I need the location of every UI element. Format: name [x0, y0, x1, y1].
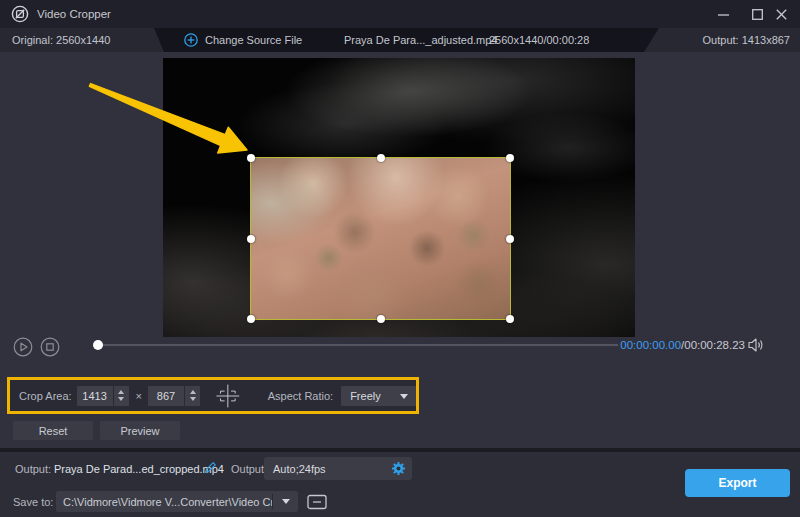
edit-filename-icon[interactable]: [203, 460, 218, 475]
format-settings-gear-icon[interactable]: [391, 461, 406, 476]
crop-handle-top-left[interactable]: [247, 154, 255, 162]
crop-width-stepper[interactable]: [114, 386, 129, 406]
play-icon: [13, 337, 33, 357]
crop-width-group: [77, 386, 129, 406]
crop-selection-box[interactable]: [250, 157, 511, 320]
chevron-down-icon: [282, 499, 290, 504]
video-frame: [163, 58, 635, 337]
crop-handle-bottom-center[interactable]: [377, 315, 385, 323]
original-resolution: Original: 2560x1440: [12, 28, 110, 52]
output-format-value: Auto;24fps: [273, 463, 326, 475]
output-filename-label: Output:: [15, 463, 51, 475]
close-icon: [776, 9, 787, 20]
crop-width-input[interactable]: [77, 386, 113, 406]
output-format-field[interactable]: Auto;24fps: [264, 457, 412, 480]
save-to-label: Save to:: [13, 496, 53, 508]
crop-area-label: Crop Area:: [19, 390, 72, 402]
minimize-icon: [718, 9, 729, 20]
crop-handle-bottom-left[interactable]: [247, 315, 255, 323]
crop-height-input[interactable]: [148, 386, 184, 406]
current-time: 00:00:00.00: [620, 339, 681, 351]
change-source-file-button[interactable]: [184, 33, 198, 47]
aspect-ratio-value: Freely: [350, 390, 381, 402]
change-source-file-label[interactable]: Change Source File: [205, 28, 302, 52]
aspect-ratio-label: Aspect Ratio:: [268, 390, 333, 402]
original-resolution-tab: Original: 2560x1440: [0, 28, 164, 52]
spin-up-icon[interactable]: [118, 390, 124, 394]
title-bar: Video Cropper: [0, 0, 800, 28]
info-bar: Original: 2560x1440 Change Source File P…: [0, 28, 800, 52]
chevron-down-icon: [400, 394, 408, 399]
minimize-button[interactable]: [712, 4, 734, 24]
bottom-panel: Output: Praya De Parad...ed_cropped.mp4 …: [0, 452, 800, 517]
spin-down-icon[interactable]: [190, 397, 196, 401]
folder-icon: [307, 494, 327, 510]
maximize-icon: [752, 9, 763, 20]
total-time: /00:00:28.23: [681, 339, 745, 351]
close-button[interactable]: [770, 4, 792, 24]
source-filename: Praya De Para..._adjusted.mp4: [344, 28, 497, 52]
stop-button[interactable]: [40, 337, 60, 357]
time-display: 00:00:00.00/00:00:28.23: [540, 339, 745, 351]
crop-height-group: [148, 386, 200, 406]
preview-button[interactable]: Preview: [100, 421, 180, 440]
crop-height-stepper[interactable]: [185, 386, 200, 406]
crop-controls-highlight: Crop Area: × Aspect Ratio: Free: [7, 377, 419, 414]
crop-handle-top-center[interactable]: [377, 154, 385, 162]
timeline-slider-handle[interactable]: [93, 340, 103, 350]
stop-icon: [40, 337, 60, 357]
volume-icon: [748, 338, 765, 352]
crop-handle-middle-left[interactable]: [247, 235, 255, 243]
crop-handle-middle-right[interactable]: [506, 235, 514, 243]
multiply-sign: ×: [136, 390, 142, 402]
save-path-value: C:\Vidmore\Vidmore V...Converter\Video C…: [63, 496, 272, 508]
output-format-label: Output:: [231, 463, 267, 475]
browse-folder-button[interactable]: [306, 493, 328, 510]
aspect-ratio-dropdown[interactable]: Freely: [341, 386, 416, 406]
volume-button[interactable]: [748, 338, 765, 352]
preview-area: 00:00:00.00/00:00:28.23 Crop Area: ×: [0, 52, 800, 448]
crop-position-icon[interactable]: [214, 381, 242, 411]
output-filename: Praya De Parad...ed_cropped.mp4: [54, 463, 224, 475]
maximize-button[interactable]: [746, 4, 768, 24]
crop-scene-bright: [251, 158, 510, 319]
save-path-combobox[interactable]: C:\Vidmore\Vidmore V...Converter\Video C…: [56, 491, 298, 512]
crop-handle-top-right[interactable]: [506, 154, 514, 162]
export-button[interactable]: Export: [685, 469, 790, 497]
window-title: Video Cropper: [37, 0, 111, 28]
spin-down-icon[interactable]: [118, 397, 124, 401]
crop-handle-bottom-right[interactable]: [506, 315, 514, 323]
source-resolution-duration: 2560x1440/00:00:28: [489, 28, 589, 52]
app-logo-icon: [11, 5, 29, 23]
play-button[interactable]: [13, 337, 33, 357]
reset-button[interactable]: Reset: [13, 421, 93, 440]
save-path-dropdown-button[interactable]: [273, 491, 298, 512]
output-resolution-tab: Output: 1413x867: [644, 28, 800, 52]
spin-up-icon[interactable]: [190, 390, 196, 394]
add-source-icon: [184, 33, 198, 47]
output-resolution: Output: 1413x867: [703, 28, 790, 52]
